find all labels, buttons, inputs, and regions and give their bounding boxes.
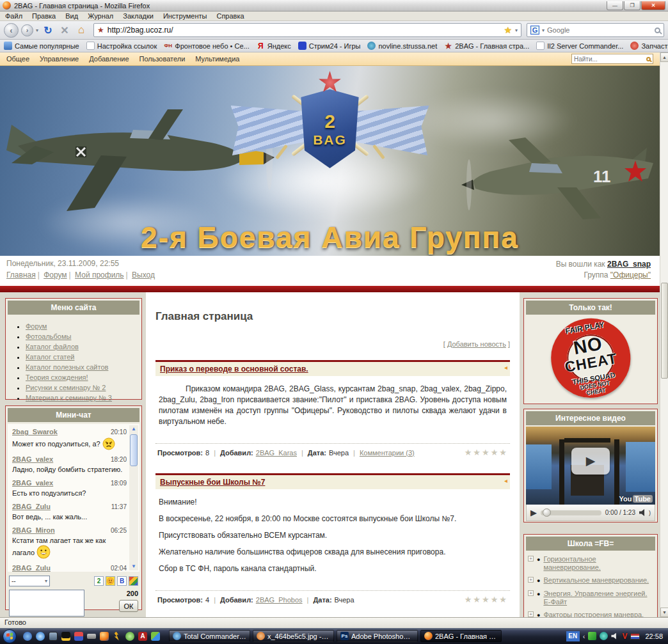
chat-bold-button[interactable]: B — [117, 576, 127, 586]
quicklaunch-icon[interactable] — [125, 632, 134, 641]
minimize-button[interactable]: — — [607, 1, 623, 10]
bookmark-item[interactable]: Самые популярные — [4, 42, 79, 50]
tray-volume-icon[interactable] — [611, 633, 619, 640]
quicklaunch-icon[interactable] — [36, 632, 45, 641]
school-link[interactable]: Вертикальное маневрирование. — [543, 576, 649, 585]
menu-link-theory[interactable]: Теория схождения! — [26, 373, 88, 381]
bookmark-item[interactable]: ★2BAG - Главная стра... — [444, 42, 529, 50]
school-link[interactable]: Факторы построения маневра. — [543, 611, 644, 617]
menu-edit[interactable]: Правка — [32, 12, 56, 20]
video-thumbnail[interactable]: ▶ You Tube — [526, 427, 655, 505]
task-total-commander[interactable]: Total Commander 7.0... — [169, 630, 250, 642]
post-author-link[interactable]: 2BAG_Phobos — [256, 596, 303, 604]
nav-forum-link[interactable]: Форум — [44, 271, 67, 279]
video-seek-bar[interactable] — [541, 510, 601, 515]
admin-menu-add[interactable]: Добавление — [89, 55, 129, 63]
expand-icon[interactable]: + — [528, 590, 534, 596]
quicklaunch-icon[interactable] — [23, 632, 32, 641]
start-button[interactable] — [3, 629, 17, 643]
rating-stars-icon[interactable]: ★★★★★ — [465, 595, 508, 604]
quicklaunch-icon[interactable] — [61, 632, 70, 641]
site-search-box[interactable] — [571, 54, 653, 64]
menu-history[interactable]: Журнал — [88, 12, 113, 20]
menu-link-forum[interactable]: Форум — [26, 322, 47, 330]
chat-translit-button[interactable]: 2 — [94, 576, 104, 586]
search-box[interactable]: G ▾ — [527, 23, 664, 37]
engine-dropdown-icon[interactable]: ▾ — [542, 27, 545, 33]
web-search-input[interactable] — [547, 26, 652, 34]
bookmark-item[interactable]: Il2 Server Commander... — [536, 42, 623, 50]
quicklaunch-icon[interactable] — [87, 634, 96, 639]
menu-link-seminar2[interactable]: Рисунки к семинару № 2 — [26, 384, 106, 391]
menu-view[interactable]: Вид — [65, 12, 78, 20]
admin-menu-users[interactable]: Пользователи — [139, 55, 186, 63]
chat-scrollbar[interactable]: ▲ ▼ — [129, 425, 138, 570]
bookmark-item[interactable]: Стрим24 - Игры — [298, 42, 361, 50]
tray-antivirus-icon[interactable]: V — [622, 632, 627, 641]
forward-button[interactable]: › — [21, 24, 33, 36]
add-news-link[interactable]: Добавить новость — [447, 340, 506, 348]
menu-link-articles[interactable]: Каталог статей — [26, 353, 75, 361]
post-collapse-icon[interactable]: ◂ — [504, 364, 507, 371]
scroll-thumb[interactable] — [661, 283, 668, 379]
quicklaunch-icon[interactable] — [151, 632, 160, 641]
url-bar[interactable]: ★ ★ ▾ — [93, 23, 521, 37]
task-firefox-active[interactable]: 2BAG - Главная стра... — [420, 630, 502, 642]
chat-input[interactable] — [9, 590, 84, 617]
bookmark-star-icon[interactable]: ★ — [504, 25, 512, 35]
rating-stars-icon[interactable]: ★★★★★ — [465, 448, 508, 457]
group-link[interactable]: "Офицеры" — [610, 271, 651, 279]
page-scrollbar[interactable]: ▲ ▼ — [660, 52, 668, 617]
close-button[interactable]: ✕ — [641, 1, 665, 10]
bookmark-item[interactable]: Настройка ссылок — [86, 42, 157, 50]
admin-menu-multimedia[interactable]: Мультимедиа — [195, 55, 239, 63]
nav-home-link[interactable]: Главная — [6, 271, 36, 279]
chat-user-link[interactable]: 2BAG_valex — [12, 479, 53, 487]
expand-icon[interactable]: + — [528, 556, 534, 562]
menu-link-files[interactable]: Каталог файлов — [26, 343, 79, 350]
video-play-control[interactable]: ▶ — [530, 508, 537, 517]
nav-profile-link[interactable]: Мой профиль — [75, 271, 124, 279]
reload-button[interactable]: ↻ — [41, 24, 55, 36]
scroll-up-button[interactable]: ▲ — [660, 52, 668, 62]
back-button[interactable]: ‹ — [4, 23, 19, 38]
task-photoshop[interactable]: PsAdobe Photoshop CS... — [337, 630, 418, 642]
bookmark-item[interactable]: novline.strussa.net — [367, 42, 437, 50]
quicklaunch-icon[interactable] — [113, 632, 122, 641]
video-seek-knob[interactable] — [543, 508, 551, 517]
bookmark-item[interactable]: ФНФронтовое небо • Се... — [164, 42, 249, 50]
menu-tools[interactable]: Инструменты — [163, 12, 207, 20]
chat-user-link[interactable]: 2BAG_Miron — [12, 526, 55, 534]
menu-bookmarks[interactable]: Закладки — [123, 12, 154, 20]
site-search-input[interactable] — [574, 56, 644, 63]
chat-user-link[interactable]: 2BAG_Zulu — [12, 503, 51, 510]
volume-icon[interactable] — [639, 509, 648, 516]
nav-logout-link[interactable]: Выход — [132, 271, 155, 279]
menu-link-photos[interactable]: Фотоальбомы — [26, 333, 71, 340]
video-play-button[interactable]: ▶ — [571, 448, 610, 475]
post-title-link[interactable]: Приказ о переводе в основной состав. — [160, 365, 308, 373]
bookmark-item[interactable]: Запчасти для инома... — [630, 42, 668, 50]
chat-scroll-up-icon[interactable]: ▲ — [129, 425, 138, 433]
chat-user-select[interactable]: --▾ — [9, 576, 50, 586]
site-search-magnifier-icon[interactable] — [646, 57, 651, 61]
chat-scroll-thumb[interactable] — [130, 434, 138, 466]
admin-menu-management[interactable]: Управление — [40, 55, 79, 63]
tray-icon[interactable] — [600, 632, 608, 640]
chat-color-button[interactable] — [129, 576, 138, 586]
quicklaunch-firefox-icon[interactable] — [100, 632, 109, 641]
tray-chevron-icon[interactable]: ‹ — [583, 632, 585, 640]
school-link[interactable]: Горизонтальное маневрирование. — [543, 555, 653, 572]
chat-scroll-down-icon[interactable]: ▼ — [129, 563, 138, 570]
home-button[interactable]: ⌂ — [74, 24, 88, 36]
quicklaunch-icon[interactable] — [74, 632, 83, 641]
expand-icon[interactable]: + — [528, 577, 534, 583]
chat-user-link[interactable]: 2bag_Swarok — [12, 428, 58, 436]
bookmark-item[interactable]: ЯЯндекс — [257, 42, 291, 50]
admin-menu-general[interactable]: Общее — [6, 55, 29, 63]
quicklaunch-icon[interactable] — [49, 632, 58, 641]
chat-user-link[interactable]: 2BAG_valex — [12, 455, 53, 463]
tray-icon[interactable] — [588, 632, 596, 640]
tray-flag-icon[interactable] — [630, 633, 640, 640]
expand-icon[interactable]: + — [528, 611, 534, 617]
